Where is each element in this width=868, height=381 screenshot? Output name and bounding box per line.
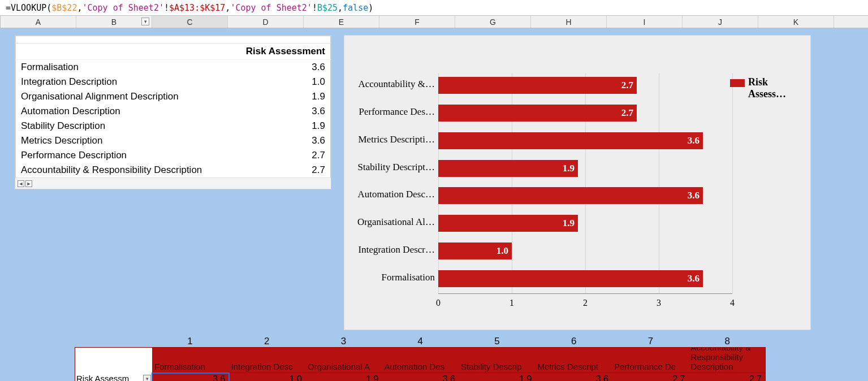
bottom-col-label: Formalisation <box>152 348 229 373</box>
chart-bar: 1.9 <box>438 160 578 177</box>
formula-eq: = <box>6 3 11 13</box>
card-row-label: Metrics Description <box>21 135 103 146</box>
chart-category-labels: Accountability &…Performance Des…Metrics… <box>344 73 437 293</box>
column-header-H[interactable]: H <box>531 16 607 28</box>
formula-kw: false <box>343 3 368 13</box>
legend-swatch-icon <box>730 79 745 87</box>
card-row-label: Automation Description <box>21 106 120 117</box>
bottom-col-value[interactable]: 1.9 <box>305 373 382 381</box>
chart-panel: Accountability &…Performance Des…Metrics… <box>344 35 811 330</box>
bottom-data-column: Metrics Descript3.6 <box>536 348 612 381</box>
column-header-I[interactable]: I <box>607 16 683 28</box>
bottom-col-number: 6 <box>536 336 612 347</box>
card-row-value: 3.6 <box>312 106 325 117</box>
bottom-data-column: Stability Descrip1.9 <box>459 348 536 381</box>
bottom-col-value[interactable]: 1.9 <box>459 373 536 381</box>
column-header-C[interactable]: C <box>152 16 228 28</box>
card-row: Automation Description3.6 <box>15 104 331 119</box>
bottom-col-label: Automation Des <box>382 348 459 373</box>
formula-close: ) <box>368 3 373 13</box>
chart-gridline <box>659 73 659 293</box>
bottom-column-numbers: 12345678 <box>152 336 766 347</box>
chart-x-tick: 3 <box>647 298 670 308</box>
bottom-table-wrap: 12345678 Risk Assessm ▾ Formalisation3.6… <box>75 336 766 381</box>
card-row: Metrics Description3.6 <box>15 133 331 148</box>
card-row-value: 1.9 <box>312 91 325 102</box>
bottom-col-label: Stability Descrip <box>459 348 536 373</box>
chart-plot-area: 012342.72.73.61.93.61.91.03.6 <box>438 73 732 293</box>
bottom-data-column: Integration Desc1.0 <box>229 348 306 381</box>
dropdown-icon[interactable]: ▾ <box>143 375 151 381</box>
chart-y-label: Performance Des… <box>344 106 435 118</box>
bottom-col-label: Integration Desc <box>229 348 306 373</box>
column-header-G[interactable]: G <box>455 16 531 28</box>
card-row-value: 3.6 <box>312 135 325 146</box>
sheet-area[interactable]: Risk Assessment Formalisation3.6Integrat… <box>0 28 868 381</box>
chart-y-label: Organisational Al… <box>344 217 435 228</box>
chart-x-tick: 1 <box>500 298 523 308</box>
card-row-label: Accountability & Responsibility Descript… <box>21 164 202 176</box>
bottom-col-label: Accountability & Responsibility Descript… <box>689 348 766 373</box>
column-header-K[interactable]: K <box>758 16 834 28</box>
column-header-B[interactable]: B▾ <box>76 16 152 28</box>
formula-fn: VLOOKUP <box>11 3 46 13</box>
chart-y-label: Accountability &… <box>344 79 435 90</box>
bottom-data-column: Automation Des3.6 <box>382 348 459 381</box>
bottom-data-column: Performance De2.7 <box>612 348 689 381</box>
column-header-J[interactable]: J <box>683 16 758 28</box>
bottom-data-column: Accountability & Responsibility Descript… <box>689 348 766 381</box>
bottom-col-label: Organisational A <box>305 348 382 373</box>
risk-card: Risk Assessment Formalisation3.6Integrat… <box>15 35 331 189</box>
card-row: Performance Description2.7 <box>15 148 331 163</box>
formula-bar[interactable]: =VLOOKUP($B$22,'Copy of Sheet2'!$A$13:$K… <box>0 0 868 16</box>
legend-text2: Assess… <box>748 88 798 100</box>
card-body: Formalisation3.6Integration Description1… <box>15 60 331 177</box>
chart-y-label: Stability Descript… <box>344 162 435 173</box>
card-row: Formalisation3.6 <box>15 60 331 75</box>
formula-c3: , <box>338 3 343 13</box>
card-row-value: 1.0 <box>312 76 325 88</box>
column-headers: AB▾CDEFGHIJK <box>0 16 868 28</box>
column-header-E[interactable]: E <box>304 16 379 28</box>
column-header-F[interactable]: F <box>379 16 455 28</box>
formula-sheet2: 'Copy of Sheet2' <box>230 3 312 13</box>
scroll-right-icon[interactable]: ► <box>25 180 32 187</box>
chart-x-tick: 2 <box>574 298 597 308</box>
bottom-col-value[interactable]: 1.0 <box>229 373 306 381</box>
formula-bang1: ! <box>164 3 169 13</box>
card-row-value: 1.9 <box>312 120 325 132</box>
column-dropdown-icon[interactable]: ▾ <box>141 18 149 25</box>
bottom-col-value[interactable]: 3.6 <box>152 373 229 381</box>
column-header-A[interactable]: A <box>1 16 76 28</box>
card-row: Stability Description1.9 <box>15 119 331 133</box>
chart-bar: 3.6 <box>438 187 703 204</box>
bottom-col-number: 2 <box>228 336 305 347</box>
chart-y-label: Metrics Descripti… <box>344 134 435 145</box>
bottom-col-value[interactable]: 2.7 <box>689 373 766 381</box>
legend-text1: Risk <box>748 76 768 88</box>
column-header-D[interactable]: D <box>228 16 304 28</box>
chart-x-tick: 4 <box>721 298 744 308</box>
card-blank-header <box>15 36 331 44</box>
scroll-left-icon[interactable]: ◄ <box>18 180 24 187</box>
bottom-rowhead-label[interactable]: Risk Assessm ▾ <box>75 373 152 381</box>
bottom-col-value[interactable]: 2.7 <box>612 373 689 381</box>
card-title: Risk Assessment <box>15 44 331 60</box>
bottom-data-column: Organisational A1.9 <box>305 348 382 381</box>
card-row: Accountability & Responsibility Descript… <box>15 163 331 177</box>
chart-bar: 1.0 <box>438 243 512 259</box>
card-row-value: 3.6 <box>312 62 325 73</box>
chart-legend: Risk Assess… <box>730 76 798 100</box>
bottom-col-number: 1 <box>152 336 228 347</box>
card-row-label: Organisational Alignment Description <box>21 91 179 102</box>
formula-ref1: $B$22 <box>51 3 77 13</box>
formula-open: ( <box>46 3 51 13</box>
bottom-row-header: Risk Assessm ▾ <box>75 348 152 381</box>
bottom-col-label: Performance De <box>612 348 689 373</box>
chart-y-label: Integration Descr… <box>344 244 435 256</box>
bottom-col-number: 3 <box>305 336 382 347</box>
bottom-rowhead-text: Risk Assessm <box>76 374 129 381</box>
bottom-col-value[interactable]: 3.6 <box>382 373 459 381</box>
bottom-col-value[interactable]: 3.6 <box>536 373 612 381</box>
chart-bar: 1.9 <box>438 215 578 232</box>
